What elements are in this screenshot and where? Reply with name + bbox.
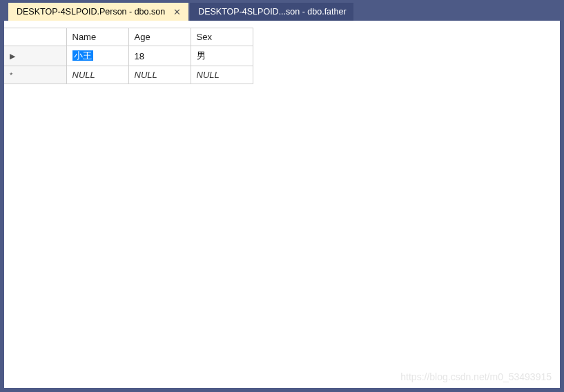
column-header-sex[interactable]: Sex: [191, 28, 253, 46]
tab-dbo-son[interactable]: DESKTOP-4SLPOID.Person - dbo.son ✕: [8, 3, 188, 21]
cell-name[interactable]: NULL: [66, 66, 128, 84]
watermark-text: https://blog.csdn.net/m0_53493915: [400, 371, 552, 382]
close-icon[interactable]: ✕: [172, 7, 182, 17]
cell-sex[interactable]: NULL: [191, 66, 253, 84]
column-header-age[interactable]: Age: [128, 28, 191, 46]
content-area: Name Age Sex ▶ 小王 18 男 * NULL NULL NULL …: [4, 21, 560, 388]
data-grid[interactable]: Name Age Sex ▶ 小王 18 男 * NULL NULL NULL: [4, 28, 253, 84]
cell-age[interactable]: 18: [128, 46, 191, 66]
tab-label: DESKTOP-4SLPOID...son - dbo.father: [198, 7, 346, 17]
row-indicator[interactable]: *: [4, 66, 66, 84]
cell-name[interactable]: 小王: [66, 46, 128, 66]
cell-sex[interactable]: 男: [191, 46, 253, 66]
cell-age[interactable]: NULL: [128, 66, 191, 84]
row-indicator[interactable]: ▶: [4, 46, 66, 66]
table-row[interactable]: ▶ 小王 18 男: [4, 46, 253, 66]
tab-label: DESKTOP-4SLPOID.Person - dbo.son: [17, 7, 165, 17]
tab-dbo-father[interactable]: DESKTOP-4SLPOID...son - dbo.father: [190, 3, 353, 21]
header-row: Name Age Sex: [4, 28, 253, 46]
table-row[interactable]: * NULL NULL NULL: [4, 66, 253, 84]
row-selector-header: [4, 28, 66, 46]
column-header-name[interactable]: Name: [66, 28, 128, 46]
tab-bar: DESKTOP-4SLPOID.Person - dbo.son ✕ DESKT…: [0, 0, 564, 21]
selected-cell-value: 小王: [72, 50, 93, 61]
